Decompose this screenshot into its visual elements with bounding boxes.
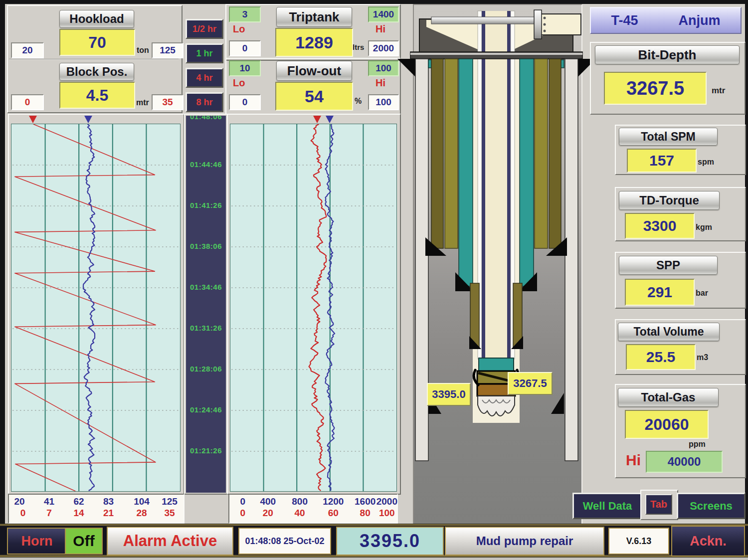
scale-tick: 1600 xyxy=(355,496,375,507)
horn-state-button[interactable]: Off xyxy=(65,528,103,555)
triptank-hi-alarm: 1400 xyxy=(368,6,399,22)
spp-gauge: SPP 291 bar xyxy=(615,252,746,309)
flowout-triptank-plot xyxy=(230,124,397,492)
scale-tick: 400 xyxy=(260,496,276,507)
flowout-lo-alarm: 10 xyxy=(229,60,261,76)
hole-depth-label: 3395.0 xyxy=(427,383,471,406)
clock-display: 01:48:08 25-Oct-02 xyxy=(238,528,331,555)
flowout-value: 54 xyxy=(275,82,353,111)
scale-tick: 0 xyxy=(240,508,246,519)
blockpos-min: 0 xyxy=(11,94,44,110)
flowout-panel: 10 Lo 0 Flow-out 54 % 100 Hi 100 xyxy=(225,58,401,115)
drilling-monitor-screen: Hookload 70 20 ton 125 Block Pos. 4.5 0 … xyxy=(0,0,748,560)
rig-name: T-45 xyxy=(611,13,638,28)
hookload-blockpos-panel: Hookload 70 20 ton 125 Block Pos. 4.5 0 … xyxy=(7,5,183,113)
right-chart-scale: 0 400 800 1200 1600 2000 0 20 40 60 80 1… xyxy=(228,494,398,524)
flowout-lo-set: 0 xyxy=(229,94,261,110)
triptank-unit: ltrs xyxy=(353,43,364,51)
total-volume-unit: m3 xyxy=(697,353,708,362)
flowout-scale-row: 0 20 40 60 80 100 xyxy=(229,508,397,519)
blockpos-max: 35 xyxy=(152,94,184,110)
total-gas-hi-value: 40000 xyxy=(646,451,723,473)
time-axis-column: 01:48:06 01:44:46 01:41:26 01:38:06 01:3… xyxy=(184,114,228,495)
time-range-4hr-button[interactable]: 4 hr xyxy=(186,68,223,88)
total-volume-value: 25.5 xyxy=(626,344,696,370)
scale-tick: 21 xyxy=(103,508,114,519)
well-data-button[interactable]: Well Data xyxy=(572,493,642,519)
left-chart-scale: 20 41 62 83 104 125 0 7 14 21 28 35 xyxy=(8,494,185,524)
flowout-triptank-chart xyxy=(227,114,401,495)
bit-depth-title: Bit-Depth xyxy=(595,45,740,64)
scale-tick: 2000 xyxy=(376,496,397,507)
bit-depth-label: 3267.5 xyxy=(508,372,553,395)
alarm-status: Alarm Active xyxy=(107,527,233,556)
time-tick: 01:34:46 xyxy=(186,283,226,291)
flowout-hi-set: 100 xyxy=(368,94,399,110)
well-schematic-panel: 3395.0 3267.5 xyxy=(413,4,582,525)
blockpos-title: Block Pos. xyxy=(59,63,134,81)
bit-depth-gauge: Bit-Depth 3267.5 mtr xyxy=(590,42,746,115)
tab-button[interactable]: Tab xyxy=(645,494,672,515)
well-name: Anjum xyxy=(679,13,721,28)
spp-title: SPP xyxy=(619,256,718,275)
scale-tick: 20 xyxy=(14,496,24,507)
total-spm-unit: spm xyxy=(698,158,714,167)
triptank-lo-alarm: 3 xyxy=(229,6,261,22)
time-tick: 01:31:26 xyxy=(186,324,226,332)
panel-divider xyxy=(9,59,179,60)
flowout-triptank-traces xyxy=(230,124,396,491)
hookload-scale-row: 20 41 62 83 104 125 xyxy=(9,496,184,507)
time-tick: 01:44:46 xyxy=(186,160,226,169)
triptank-lo-label: Lo xyxy=(233,23,245,35)
time-range-half-hr-button[interactable]: 1/2 hr xyxy=(186,19,223,39)
horn-button[interactable]: Horn xyxy=(7,528,67,555)
triptank-hi-label: Hi xyxy=(375,23,385,35)
left-border xyxy=(0,0,5,525)
total-spm-value: 157 xyxy=(627,149,697,173)
time-axis-inner: 01:48:06 01:44:46 01:41:26 01:38:06 01:3… xyxy=(186,116,226,493)
hookload-min: 20 xyxy=(11,42,44,58)
scale-tick: 100 xyxy=(379,508,395,519)
time-range-buttons: 1/2 hr 1 hr 4 hr 8 hr xyxy=(186,19,223,117)
time-tick: 01:48:06 xyxy=(186,116,226,121)
tab-button-frame: Tab xyxy=(640,490,678,520)
flowout-title: Flow-out xyxy=(276,61,352,81)
hookload-blockpos-chart xyxy=(8,114,185,495)
bit-depth-unit: mtr xyxy=(712,86,725,96)
scale-tick: 35 xyxy=(164,508,175,519)
time-range-1hr-button[interactable]: 1 hr xyxy=(186,43,223,63)
triptank-scale-row: 0 400 800 1200 1600 2000 xyxy=(229,496,397,507)
scale-tick: 62 xyxy=(73,496,84,507)
well-id-header: T-45 Anjum xyxy=(590,7,742,34)
scale-tick: 40 xyxy=(295,508,305,519)
scale-tick: 14 xyxy=(73,508,84,519)
time-tick: 01:28:06 xyxy=(186,365,226,373)
status-message: Mud pump repair xyxy=(445,527,604,556)
td-torque-gauge: TD-Torque 3300 kgm xyxy=(615,187,746,241)
scale-tick: 83 xyxy=(103,496,114,507)
total-gas-gauge: Total-Gas 20060 ppm Hi 40000 xyxy=(615,384,746,478)
status-bar: Horn Off Alarm Active 01:48:08 25-Oct-02… xyxy=(0,524,748,558)
time-range-8hr-button[interactable]: 8 hr xyxy=(186,92,223,112)
flowout-marker xyxy=(313,116,321,123)
spp-value: 291 xyxy=(625,279,695,306)
scale-tick: 0 xyxy=(20,508,26,519)
scale-tick: 41 xyxy=(44,496,54,507)
scale-tick: 60 xyxy=(328,508,339,519)
hookload-blockpos-traces xyxy=(11,124,180,491)
td-torque-title: TD-Torque xyxy=(619,191,720,210)
hookload-max: 125 xyxy=(152,42,184,58)
screens-button[interactable]: Screens xyxy=(677,493,746,519)
spp-unit: bar xyxy=(696,289,708,298)
hookload-title: Hookload xyxy=(59,10,134,28)
version-label: V.6.13 xyxy=(608,528,669,555)
total-spm-gauge: Total SPM 157 spm xyxy=(615,125,746,175)
td-torque-value: 3300 xyxy=(625,213,695,239)
acknowledge-button[interactable]: Ackn. xyxy=(671,526,745,557)
time-tick: 01:38:06 xyxy=(186,242,226,250)
scale-tick: 20 xyxy=(263,508,273,519)
hookload-marker xyxy=(84,116,92,123)
scale-tick: 800 xyxy=(292,496,308,507)
triptank-value: 1289 xyxy=(275,28,353,57)
time-tick: 01:24:46 xyxy=(186,405,226,414)
